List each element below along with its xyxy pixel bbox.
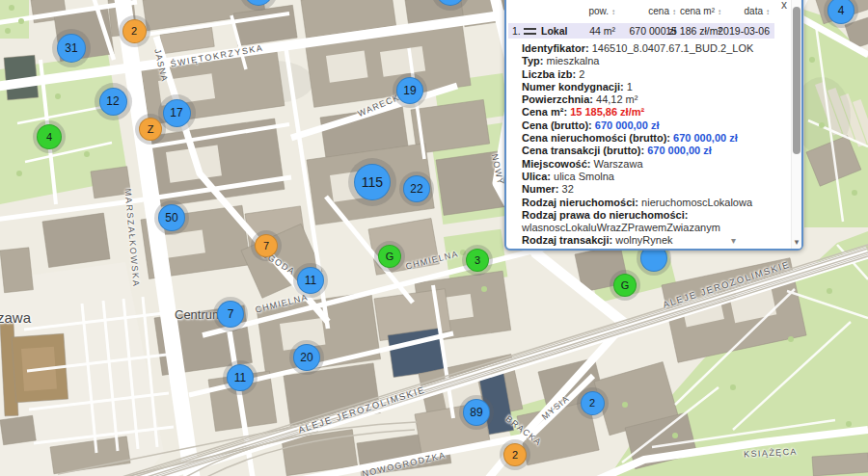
column-cena-m2[interactable]: cena m²↕ bbox=[680, 6, 721, 16]
property-detail: Numer kondygnacji: 1 bbox=[522, 81, 773, 93]
column-data[interactable]: data↕ bbox=[745, 6, 770, 16]
place-label-centrum: Centrum bbox=[175, 307, 223, 322]
cluster-marker-12[interactable]: 12 bbox=[99, 88, 127, 116]
cluster-marker-31[interactable]: 31 bbox=[57, 34, 86, 63]
scrollbar-down-icon[interactable]: ▾ bbox=[792, 237, 801, 247]
property-detail: Miejscowość: Warszawa bbox=[522, 158, 773, 171]
property-detail: Cena (brutto): 670 000,00 zł bbox=[522, 119, 773, 132]
column-cena[interactable]: cena↕ bbox=[648, 6, 676, 16]
property-detail: Cena transakcji (brutto): 670 000,00 zł bbox=[522, 145, 773, 157]
sort-icon[interactable]: ↕ bbox=[766, 8, 770, 16]
cluster-marker-2[interactable]: 2 bbox=[122, 19, 147, 43]
scroll-more-icon[interactable]: ▾ bbox=[731, 235, 736, 246]
result-type: Lokal bbox=[541, 25, 567, 37]
property-detail: Rodzaj nieruchomości: nieruchomoscLokalo… bbox=[522, 197, 773, 209]
popup-scrollbar[interactable]: ▾ bbox=[791, 0, 801, 249]
cluster-marker-4[interactable]: 4 bbox=[37, 124, 62, 149]
cluster-marker-89[interactable]: 89 bbox=[463, 399, 490, 426]
cluster-marker-20[interactable]: 20 bbox=[293, 344, 320, 371]
property-detail: Numer: 32 bbox=[522, 183, 773, 196]
sort-icon[interactable]: ↕ bbox=[611, 8, 615, 16]
property-details: Identyfikator: 146510_8.0407.67.1_BUD.2_… bbox=[522, 42, 773, 248]
property-detail: Cena nieruchomości (brutto): 670 000,00 … bbox=[522, 132, 773, 145]
result-row[interactable]: 1. Lokal 44 m² 670 000 zł 15 186 zł/m² 2… bbox=[508, 23, 774, 39]
cluster-marker-19[interactable]: 19 bbox=[396, 77, 423, 104]
cluster-marker-3[interactable]: 3 bbox=[466, 249, 489, 272]
property-detail: Cena m²: 15 185,86 zł/m² bbox=[522, 106, 773, 119]
cluster-marker-G[interactable]: G bbox=[613, 274, 637, 297]
cluster-marker-Z[interactable]: Z bbox=[139, 118, 162, 141]
result-index: 1. bbox=[512, 25, 521, 37]
sort-icon[interactable]: ↕ bbox=[718, 8, 721, 16]
result-pow: 44 m² bbox=[589, 25, 615, 37]
cluster-marker-22[interactable]: 22 bbox=[403, 175, 430, 202]
property-detail: Powierzchnia: 44,12 m² bbox=[522, 93, 773, 106]
scrollbar-thumb[interactable] bbox=[793, 7, 800, 154]
cluster-marker-7[interactable]: 7 bbox=[255, 234, 278, 257]
cluster-marker-G[interactable]: G bbox=[378, 245, 401, 268]
place-label-warszawa: zawa bbox=[0, 309, 31, 326]
result-data: 2019-03-06 bbox=[718, 25, 770, 37]
cluster-marker-2[interactable]: 2 bbox=[581, 391, 605, 415]
results-header: pow.↕ cena↕ cena m²↕ data↕ bbox=[506, 6, 801, 18]
property-detail: Typ: mieszkalna bbox=[522, 55, 773, 67]
cluster-marker-17[interactable]: 17 bbox=[163, 99, 191, 127]
result-cena-m2: 15 186 zł/m² bbox=[665, 25, 721, 37]
cluster-marker-11[interactable]: 11 bbox=[297, 267, 324, 294]
cluster-marker-7[interactable]: 7 bbox=[217, 301, 244, 328]
sort-icon[interactable]: ↕ bbox=[672, 8, 676, 16]
cluster-marker-11[interactable]: 11 bbox=[227, 364, 254, 391]
property-detail: Liczba izb: 2 bbox=[522, 68, 773, 81]
cluster-marker-2[interactable]: 2 bbox=[503, 443, 527, 466]
property-detail: Identyfikator: 146510_8.0407.67.1_BUD.2_… bbox=[522, 42, 773, 55]
property-popup: x pow.↕ cena↕ cena m²↕ data↕ 1. Lokal 44… bbox=[504, 0, 803, 251]
property-detail: Rodzaj prawa do nieruchomości: wlasnoscL… bbox=[522, 209, 773, 235]
cluster-marker-115[interactable]: 115 bbox=[354, 164, 391, 200]
property-detail: Ulica: ulica Smolna bbox=[522, 171, 773, 183]
map-application: ŚWIĘTOKRZYSKAJASNAMARSZAŁKOWSKAWARECKANO… bbox=[0, 0, 868, 476]
lokal-type-icon bbox=[524, 28, 536, 36]
cluster-marker-50[interactable]: 50 bbox=[158, 204, 185, 231]
column-pow[interactable]: pow.↕ bbox=[588, 6, 615, 16]
